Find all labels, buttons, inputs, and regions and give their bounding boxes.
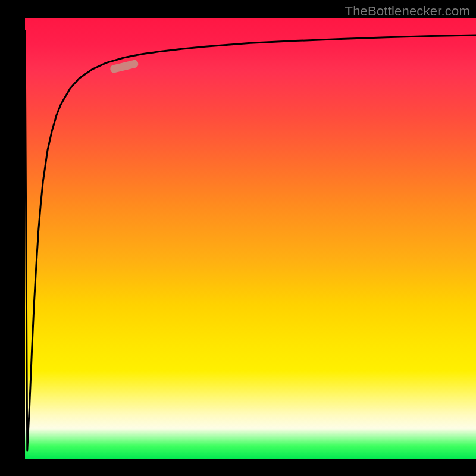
plot-area xyxy=(25,18,476,459)
credit-label: TheBottlenecker.com xyxy=(345,4,470,19)
gradient-background xyxy=(25,18,476,459)
